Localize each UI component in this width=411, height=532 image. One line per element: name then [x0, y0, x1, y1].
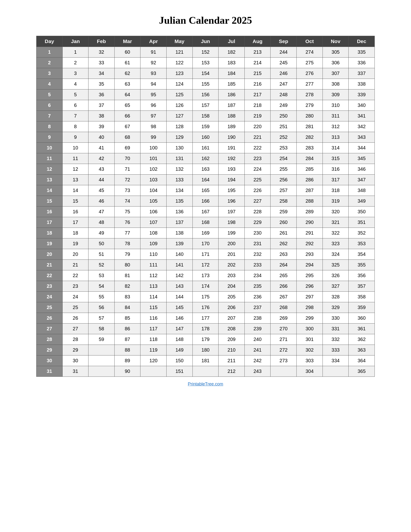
month-cell-oct: 287	[297, 185, 323, 196]
month-cell-nov: 320	[323, 207, 349, 217]
month-cell-aug: 232	[244, 249, 271, 260]
month-cell-sep: 263	[271, 249, 297, 260]
month-cell-may: 140	[167, 249, 193, 260]
month-cell-aug: 234	[244, 270, 271, 281]
month-cell-jul: 195	[219, 185, 245, 196]
month-cell-may: 143	[167, 281, 193, 292]
month-cell-jun: 171	[192, 249, 219, 260]
table-row: 11114270101131162192223254284315345	[37, 153, 375, 164]
table-row: 14144573104134165195226257287318348	[37, 185, 375, 196]
month-cell-oct: 276	[297, 68, 323, 79]
day-cell: 18	[37, 228, 63, 238]
month-cell-jan: 2	[62, 57, 88, 68]
month-cell-apr: 94	[140, 79, 167, 89]
month-cell-jun: 172	[192, 260, 219, 270]
table-row: 21215280111141172202233264294325355	[37, 260, 375, 270]
column-header-sep: Sep	[271, 36, 297, 47]
month-cell-apr: 113	[140, 281, 167, 292]
month-cell-mar: 81	[114, 270, 140, 281]
month-cell-sep: 270	[271, 323, 297, 334]
month-cell-feb: 36	[88, 89, 115, 100]
month-cell-jul: 182	[219, 47, 245, 57]
month-cell-may: 146	[167, 313, 193, 323]
month-cell-nov: 334	[323, 355, 349, 366]
month-cell-jun: 155	[192, 79, 219, 89]
month-cell-jun: 159	[192, 121, 219, 132]
month-cell-nov: 313	[323, 132, 349, 143]
month-cell-oct: 299	[297, 313, 323, 323]
month-cell-sep	[271, 366, 297, 377]
day-cell: 29	[37, 345, 63, 355]
month-cell-jan: 22	[62, 270, 88, 281]
month-cell-sep: 251	[271, 121, 297, 132]
month-cell-dec: 336	[349, 57, 375, 68]
month-cell-oct: 296	[297, 281, 323, 292]
month-cell-may: 126	[167, 100, 193, 111]
month-cell-may: 138	[167, 228, 193, 238]
day-cell: 1	[37, 47, 63, 57]
month-cell-sep: 268	[271, 302, 297, 313]
month-cell-dec: 340	[349, 100, 375, 111]
table-row: 23235482113143174204235266296327357	[37, 281, 375, 292]
month-cell-aug: 221	[244, 132, 271, 143]
month-cell-nov: 318	[323, 185, 349, 196]
month-cell-dec: 345	[349, 153, 375, 164]
month-cell-mar: 76	[114, 217, 140, 228]
month-cell-aug: 228	[244, 207, 271, 217]
month-cell-mar: 89	[114, 355, 140, 366]
month-cell-aug: 227	[244, 196, 271, 207]
month-cell-jul: 198	[219, 217, 245, 228]
month-cell-apr: 95	[140, 89, 167, 100]
month-cell-nov: 308	[323, 79, 349, 89]
month-cell-mar: 74	[114, 196, 140, 207]
month-cell-oct: 294	[297, 260, 323, 270]
month-cell-apr: 118	[140, 334, 167, 345]
month-cell-apr: 103	[140, 175, 167, 185]
month-cell-nov: 311	[323, 111, 349, 121]
month-cell-jan: 13	[62, 175, 88, 185]
month-cell-aug: 237	[244, 302, 271, 313]
month-cell-jan: 11	[62, 153, 88, 164]
month-cell-oct: 278	[297, 89, 323, 100]
month-cell-mar: 78	[114, 238, 140, 249]
month-cell-sep: 253	[271, 143, 297, 153]
month-cell-sep: 247	[271, 79, 297, 89]
month-cell-jul: 206	[219, 302, 245, 313]
month-cell-mar: 85	[114, 313, 140, 323]
month-cell-apr: 96	[140, 100, 167, 111]
month-cell-jun: 174	[192, 281, 219, 292]
month-cell-apr: 106	[140, 207, 167, 217]
day-cell: 31	[37, 366, 63, 377]
month-cell-dec: 359	[349, 302, 375, 313]
table-row: 13134472103133164194225256286317347	[37, 175, 375, 185]
month-cell-aug: 240	[244, 334, 271, 345]
month-cell-apr: 115	[140, 302, 167, 313]
month-cell-apr: 111	[140, 260, 167, 270]
month-cell-oct: 284	[297, 153, 323, 164]
month-cell-feb: 37	[88, 100, 115, 111]
month-cell-oct: 292	[297, 238, 323, 249]
month-cell-jun	[192, 366, 219, 377]
month-cell-feb: 35	[88, 79, 115, 89]
month-cell-dec: 338	[349, 79, 375, 89]
month-cell-aug: 235	[244, 281, 271, 292]
month-cell-oct: 282	[297, 132, 323, 143]
day-cell: 22	[37, 270, 63, 281]
month-cell-nov: 330	[323, 313, 349, 323]
month-cell-nov: 306	[323, 57, 349, 68]
month-cell-jul: 183	[219, 57, 245, 68]
month-cell-dec: 335	[349, 47, 375, 57]
month-cell-apr: 99	[140, 132, 167, 143]
table-row: 19195078109139170200231262292323353	[37, 238, 375, 249]
footer-link[interactable]: PrintableTree.com	[188, 382, 223, 387]
month-cell-may: 129	[167, 132, 193, 143]
month-cell-aug: 243	[244, 366, 271, 377]
month-cell-jan: 16	[62, 207, 88, 217]
month-cell-jun: 154	[192, 68, 219, 79]
table-row: 66376596126157187218249279310340	[37, 100, 375, 111]
month-cell-aug: 241	[244, 345, 271, 355]
month-cell-mar: 69	[114, 143, 140, 153]
month-cell-aug: 222	[244, 143, 271, 153]
month-cell-oct: 280	[297, 111, 323, 121]
month-cell-jul: 210	[219, 345, 245, 355]
